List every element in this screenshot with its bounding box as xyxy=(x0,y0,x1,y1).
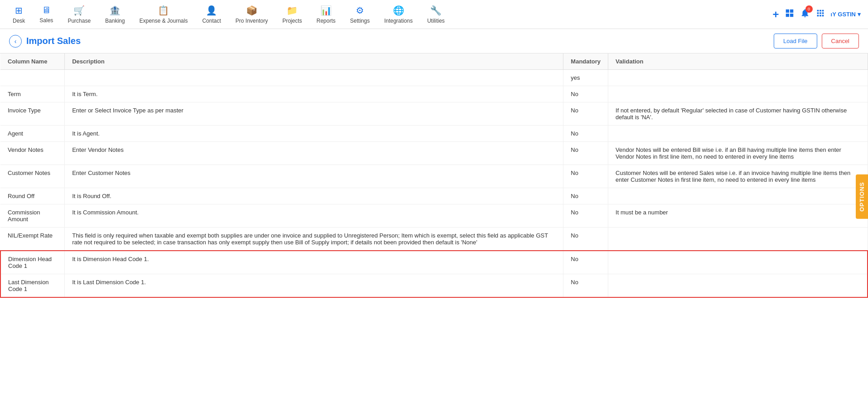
cell-column-name: Invoice Type xyxy=(0,102,65,126)
cell-description: Enter Customer Notes xyxy=(65,165,563,188)
cell-column-name: Agent xyxy=(0,126,65,142)
load-file-button[interactable]: Load File xyxy=(774,34,817,49)
cell-mandatory: No xyxy=(563,204,608,228)
sales-icon: 🖥 xyxy=(42,5,51,15)
cell-column-name xyxy=(0,70,65,86)
table-row: yes xyxy=(0,70,868,86)
pro-inventory-icon: 📦 xyxy=(246,5,257,16)
banking-label: Banking xyxy=(105,18,125,24)
notif-badge: 0 xyxy=(805,5,813,13)
page-title: Import Sales xyxy=(26,36,81,46)
cell-description xyxy=(65,70,563,86)
cancel-button[interactable]: Cancel xyxy=(822,34,859,49)
table-row: Commission AmountIt is Commission Amount… xyxy=(0,204,868,228)
nav-items: ⊞ Desk 🖥 Sales 🛒 Purchase 🏦 Banking 📋 Ex… xyxy=(7,1,773,28)
cell-mandatory: No xyxy=(563,274,608,298)
cell-column-name: Commission Amount xyxy=(0,204,65,228)
table-row: Dimension Head Code 1It is Dimension Hea… xyxy=(0,251,868,274)
gstin-button[interactable]: ıY GSTIN ▾ xyxy=(831,11,861,18)
table-row: AgentIt is Agent.No xyxy=(0,126,868,142)
contact-label: Contact xyxy=(202,18,221,24)
nav-item-banking[interactable]: 🏦 Banking xyxy=(100,1,130,28)
desk-label: Desk xyxy=(13,18,25,24)
nav-item-utilities[interactable]: 🔧 Utilities xyxy=(422,1,450,28)
table-row: Vendor NotesEnter Vendor NotesNoVendor N… xyxy=(0,142,868,165)
cell-description: It is Agent. xyxy=(65,126,563,142)
table-row: Round OffIt is Round Off.No xyxy=(0,188,868,204)
nav-item-purchase[interactable]: 🛒 Purchase xyxy=(62,1,96,28)
table-container: Column Name Description Mandatory Valida… xyxy=(0,53,868,393)
settings-label: Settings xyxy=(350,18,369,24)
cell-validation xyxy=(608,126,868,142)
nav-item-contact[interactable]: 👤 Contact xyxy=(197,1,226,28)
cell-column-name: Round Off xyxy=(0,188,65,204)
cell-mandatory: No xyxy=(563,251,608,274)
cell-mandatory: yes xyxy=(563,70,608,86)
cell-validation: If not entered, by default 'Regular' sel… xyxy=(608,102,868,126)
cell-description: It is Term. xyxy=(65,86,563,102)
utilities-icon: 🔧 xyxy=(430,5,441,16)
sub-header-left: ‹ Import Sales xyxy=(9,35,81,48)
col-header-column-name: Column Name xyxy=(0,53,65,70)
cell-column-name: Dimension Head Code 1 xyxy=(0,251,65,274)
gstin-label: ıY GSTIN xyxy=(831,11,856,18)
integrations-icon: 🌐 xyxy=(393,5,404,16)
cell-description: It is Last Dimension Code 1. xyxy=(65,274,563,298)
cell-column-name: NIL/Exempt Rate xyxy=(0,228,65,251)
cell-mandatory: No xyxy=(563,165,608,188)
sub-header: ‹ Import Sales Load File Cancel xyxy=(0,29,868,53)
settings-icon: ⚙ xyxy=(356,5,364,16)
cell-mandatory: No xyxy=(563,228,608,251)
cell-description: Enter Vendor Notes xyxy=(65,142,563,165)
apps-icon-btn[interactable] xyxy=(815,8,825,20)
cell-validation xyxy=(608,274,868,298)
cell-column-name: Customer Notes xyxy=(0,165,65,188)
nav-item-integrations[interactable]: 🌐 Integrations xyxy=(379,1,418,28)
grid-icon-btn[interactable] xyxy=(785,8,795,20)
nav-item-expense[interactable]: 📋 Expense & Journals xyxy=(134,1,193,28)
notification-btn[interactable]: 0 xyxy=(800,8,810,20)
cell-validation xyxy=(608,70,868,86)
banking-icon: 🏦 xyxy=(109,5,121,16)
nav-right: + 0 ıY GSTIN ▾ xyxy=(773,8,861,21)
reports-icon: 📊 xyxy=(320,5,332,16)
table-row: NIL/Exempt RateThis field is only requir… xyxy=(0,228,868,251)
table-row: TermIt is Term.No xyxy=(0,86,868,102)
nav-item-reports[interactable]: 📊 Reports xyxy=(311,1,341,28)
col-header-validation: Validation xyxy=(608,53,868,70)
cell-mandatory: No xyxy=(563,126,608,142)
back-button[interactable]: ‹ xyxy=(9,35,22,48)
table-row: Invoice TypeEnter or Select Invoice Type… xyxy=(0,102,868,126)
cell-mandatory: No xyxy=(563,188,608,204)
cell-description: It is Dimension Head Code 1. xyxy=(65,251,563,274)
desk-icon: ⊞ xyxy=(15,5,23,16)
cell-description: This field is only required when taxable… xyxy=(65,228,563,251)
cell-validation xyxy=(608,251,868,274)
cell-validation: Vendor Notes will be entered Bill wise i… xyxy=(608,142,868,165)
expense-icon: 📋 xyxy=(158,5,169,16)
cell-description: Enter or Select Invoice Type as per mast… xyxy=(65,102,563,126)
sub-header-right: Load File Cancel xyxy=(774,34,859,49)
options-tab[interactable]: OPTIONS xyxy=(856,175,868,219)
purchase-icon: 🛒 xyxy=(73,5,85,16)
nav-item-sales[interactable]: 🖥 Sales xyxy=(34,1,58,27)
projects-label: Projects xyxy=(282,18,302,24)
cell-mandatory: No xyxy=(563,142,608,165)
cell-column-name: Term xyxy=(0,86,65,102)
cell-mandatory: No xyxy=(563,86,608,102)
top-nav: ⊞ Desk 🖥 Sales 🛒 Purchase 🏦 Banking 📋 Ex… xyxy=(0,0,868,29)
integrations-label: Integrations xyxy=(384,18,413,24)
cell-description: It is Commission Amount. xyxy=(65,204,563,228)
nav-item-pro-inventory[interactable]: 📦 Pro Inventory xyxy=(230,1,273,28)
table-row: Last Dimension Code 1It is Last Dimensio… xyxy=(0,274,868,298)
add-button[interactable]: + xyxy=(773,8,779,21)
contact-icon: 👤 xyxy=(206,5,217,16)
table-header-row: Column Name Description Mandatory Valida… xyxy=(0,53,868,70)
sales-label: Sales xyxy=(39,17,53,24)
nav-item-desk[interactable]: ⊞ Desk xyxy=(7,1,30,28)
nav-item-projects[interactable]: 📁 Projects xyxy=(277,1,307,28)
cell-column-name: Last Dimension Code 1 xyxy=(0,274,65,298)
cell-validation xyxy=(608,188,868,204)
cell-column-name: Vendor Notes xyxy=(0,142,65,165)
nav-item-settings[interactable]: ⚙ Settings xyxy=(344,1,375,28)
